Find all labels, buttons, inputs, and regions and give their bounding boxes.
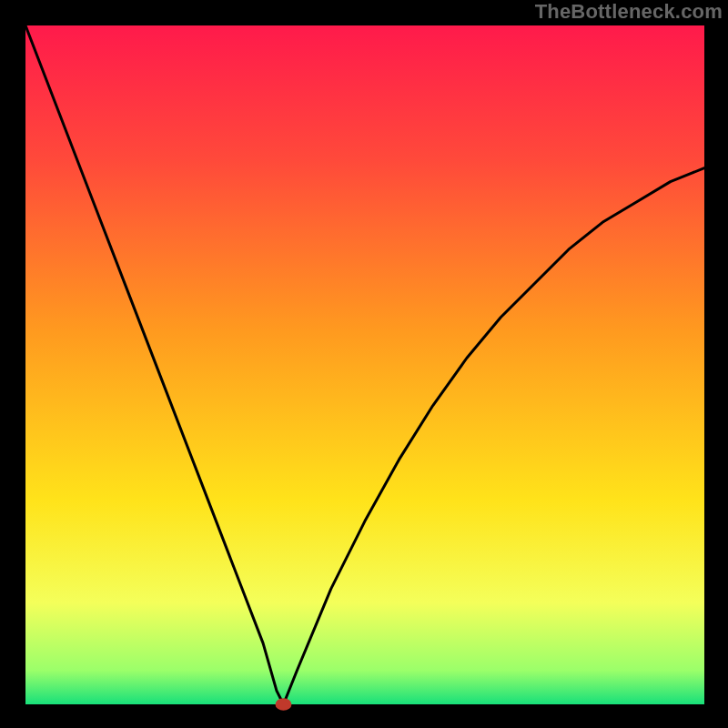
chart-frame: TheBottleneck.com: [0, 0, 728, 728]
bottleneck-chart: [0, 0, 728, 728]
plot-background: [25, 25, 704, 704]
optimum-marker: [276, 698, 292, 710]
